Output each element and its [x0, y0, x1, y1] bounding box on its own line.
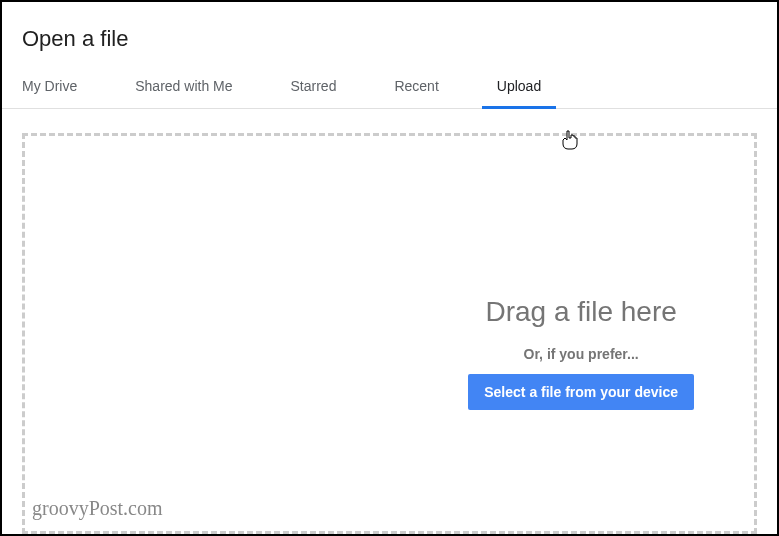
drop-subtext: Or, if you prefer...	[468, 346, 694, 362]
tab-my-drive[interactable]: My Drive	[22, 70, 77, 108]
tab-shared-with-me[interactable]: Shared with Me	[135, 70, 232, 108]
tab-bar: My Drive Shared with Me Starred Recent U…	[2, 70, 777, 109]
drop-content: Drag a file here Or, if you prefer... Se…	[468, 296, 694, 410]
watermark: groovyPost.com	[32, 497, 163, 520]
open-file-dialog: Open a file My Drive Shared with Me Star…	[2, 2, 777, 534]
file-drop-zone[interactable]: Drag a file here Or, if you prefer... Se…	[22, 133, 757, 534]
tab-recent[interactable]: Recent	[394, 70, 438, 108]
dialog-title: Open a file	[2, 2, 777, 70]
tab-upload[interactable]: Upload	[497, 70, 541, 108]
drop-heading: Drag a file here	[468, 296, 694, 328]
content-area: Drag a file here Or, if you prefer... Se…	[2, 109, 777, 534]
tab-starred[interactable]: Starred	[291, 70, 337, 108]
select-file-button[interactable]: Select a file from your device	[468, 374, 694, 410]
pointer-cursor-icon	[562, 130, 578, 150]
